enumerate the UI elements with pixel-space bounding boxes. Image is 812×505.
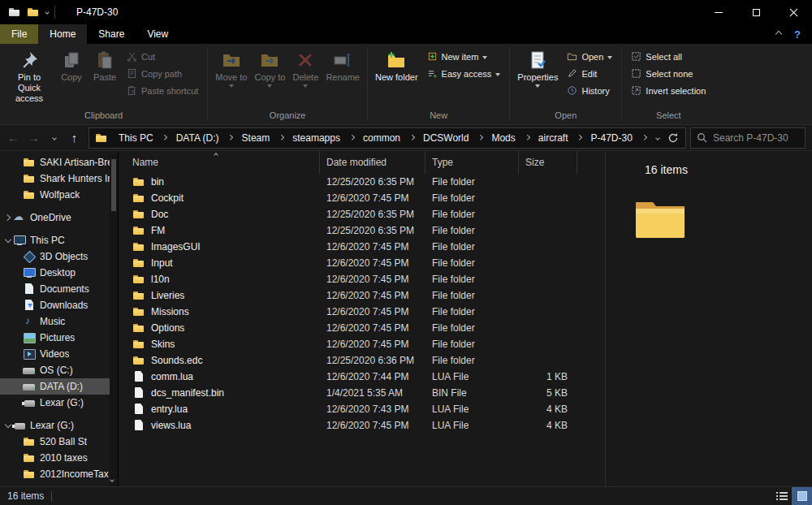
file-row[interactable]: Options 12/6/2020 7:45 PM File folder [119, 320, 605, 336]
expand-chevron-icon[interactable] [13, 349, 23, 359]
maximize-button[interactable] [737, 0, 775, 24]
help-icon[interactable]: ? [794, 28, 801, 41]
file-row[interactable]: Missions 12/6/2020 7:45 PM File folder [119, 304, 605, 320]
sidebar-item[interactable]: 3D Objects [0, 248, 118, 265]
breadcrumb-chevron-icon[interactable] [573, 128, 585, 148]
breadcrumb-item[interactable]: Mods [486, 128, 532, 148]
breadcrumb-chevron-icon[interactable] [406, 128, 417, 148]
breadcrumb-item[interactable]: common [357, 128, 417, 148]
pin-to-quick-access-button[interactable]: Pin to Quick access [4, 47, 54, 106]
easy-access-button[interactable]: Easy access [424, 66, 504, 81]
file-row[interactable]: entry.lua 12/6/2020 7:43 PM LUA File 4 K… [119, 401, 605, 417]
copy-path-button[interactable]: Copy path [123, 66, 201, 81]
sidebar-item[interactable]: OneDrive [0, 209, 118, 226]
invert-selection-button[interactable]: Invert selection [628, 83, 709, 98]
details-view-button[interactable] [771, 487, 792, 505]
file-row[interactable]: Skins 12/6/2020 7:45 PM File folder [119, 336, 605, 352]
expand-chevron-icon[interactable] [13, 469, 23, 479]
breadcrumb-chevron-icon[interactable] [159, 128, 171, 148]
paste-button[interactable]: Paste [89, 47, 121, 84]
history-button[interactable]: History [564, 83, 615, 98]
expand-chevron-icon[interactable] [13, 174, 23, 183]
sidebar-item[interactable]: OS (C:) [0, 362, 118, 378]
scrollbar-thumb[interactable] [111, 159, 116, 211]
column-header-size[interactable]: Size [519, 151, 577, 174]
ribbon-tab[interactable]: View [136, 24, 179, 44]
file-row[interactable]: comm.lua 12/6/2020 7:44 PM LUA File 1 KB [119, 369, 605, 385]
properties-button[interactable]: Properties [514, 47, 561, 89]
breadcrumb-item[interactable]: aircraft [533, 128, 585, 148]
sidebar-item[interactable]: SAKI Artisan-Bre [0, 154, 118, 170]
expand-chevron-icon[interactable] [13, 382, 23, 391]
expand-chevron-icon[interactable] [13, 158, 23, 167]
sidebar-item[interactable]: 2012IncomeTax [0, 466, 118, 482]
sidebar-item[interactable]: Lexar (G:) [0, 395, 118, 411]
copy-to-button[interactable]: Copy to [251, 47, 288, 89]
sidebar-item[interactable]: Documents [0, 281, 118, 297]
ribbon-tab[interactable]: File [0, 24, 38, 44]
breadcrumb-item[interactable]: DATA (D:) [171, 128, 236, 148]
ribbon-collapse-icon[interactable] [775, 31, 782, 37]
expand-chevron-icon[interactable] [13, 317, 23, 326]
expand-chevron-icon[interactable] [13, 365, 23, 375]
expand-chevron-icon[interactable] [13, 437, 23, 447]
open-button[interactable]: Open [564, 49, 615, 64]
qat-folder-icon[interactable] [27, 6, 40, 18]
expand-chevron-icon[interactable] [13, 453, 23, 463]
sidebar-item[interactable]: Desktop [0, 265, 118, 281]
file-row[interactable]: ImagesGUI 12/6/2020 7:45 PM File folder [119, 239, 605, 255]
column-header-date-modified[interactable]: Date modified [320, 151, 425, 174]
expand-chevron-icon[interactable] [3, 213, 13, 222]
back-button[interactable]: ← [3, 127, 24, 149]
expand-chevron-icon[interactable] [13, 300, 23, 310]
column-header-name[interactable]: Name [119, 151, 320, 174]
expand-chevron-icon[interactable] [13, 190, 23, 200]
paste-shortcut-button[interactable]: Paste shortcut [123, 83, 201, 98]
file-row[interactable]: l10n 12/6/2020 7:45 PM File folder [119, 271, 605, 287]
scrollbar-down-icon[interactable] [110, 473, 114, 484]
sidebar-item[interactable]: Videos [0, 346, 118, 362]
sidebar-item[interactable]: Wolfpack [0, 187, 118, 203]
breadcrumb-chevron-icon[interactable] [225, 128, 236, 148]
edit-button[interactable]: Edit [564, 66, 615, 81]
forward-button[interactable]: → [24, 127, 44, 149]
refresh-icon[interactable] [667, 132, 679, 144]
sidebar-item[interactable]: Lexar (G:) [0, 417, 118, 434]
expand-chevron-icon[interactable] [13, 268, 23, 278]
expand-chevron-icon[interactable] [13, 284, 23, 294]
new-folder-button[interactable]: New folder [372, 47, 421, 84]
breadcrumb-chevron-icon[interactable] [521, 128, 533, 148]
select-all-button[interactable]: Select all [628, 49, 709, 64]
breadcrumb-item[interactable]: This PC [113, 128, 171, 148]
sidebar-item[interactable]: Downloads [0, 297, 118, 313]
file-row[interactable]: Cockpit 12/6/2020 7:45 PM File folder [119, 190, 605, 206]
file-row[interactable]: bin 12/25/2020 6:35 PM File folder [119, 174, 605, 190]
file-row[interactable]: Input 12/6/2020 7:45 PM File folder [119, 255, 605, 271]
close-button[interactable] [775, 0, 812, 24]
breadcrumb-item[interactable]: P-47D-30 [585, 128, 649, 148]
expand-chevron-icon[interactable] [13, 252, 23, 261]
new-item-button[interactable]: New item [424, 49, 504, 64]
ribbon-tab[interactable]: Share [87, 24, 136, 44]
column-header-type[interactable]: Type [425, 151, 519, 174]
thumbnail-view-button[interactable] [792, 487, 812, 505]
file-row[interactable]: Liveries 12/6/2020 7:45 PM File folder [119, 287, 605, 304]
sidebar-scrollbar[interactable] [110, 154, 118, 486]
breadcrumb-item[interactable]: DCSWorld [417, 128, 486, 148]
breadcrumb-item[interactable]: Steam [236, 128, 287, 148]
sidebar-item[interactable]: DATA (D:) [0, 378, 118, 395]
minimize-button[interactable] [700, 0, 737, 24]
copy-button[interactable]: Copy [55, 47, 88, 84]
search-box[interactable] [690, 127, 806, 149]
search-input[interactable] [713, 132, 799, 144]
sidebar-item[interactable]: Pictures [0, 330, 118, 346]
qat-customize-icon[interactable] [45, 10, 50, 15]
expand-chevron-icon[interactable] [3, 235, 13, 245]
cut-button[interactable]: Cut [123, 49, 201, 64]
sidebar-item[interactable]: 520 Ball St [0, 434, 118, 450]
file-row[interactable]: FM 12/25/2020 6:35 PM File folder [119, 222, 605, 239]
recent-locations-button[interactable] [44, 127, 64, 149]
expand-chevron-icon[interactable] [13, 333, 23, 343]
sidebar-item[interactable]: Shark Hunters Inv [0, 170, 118, 187]
sidebar-item[interactable]: This PC [0, 232, 118, 248]
